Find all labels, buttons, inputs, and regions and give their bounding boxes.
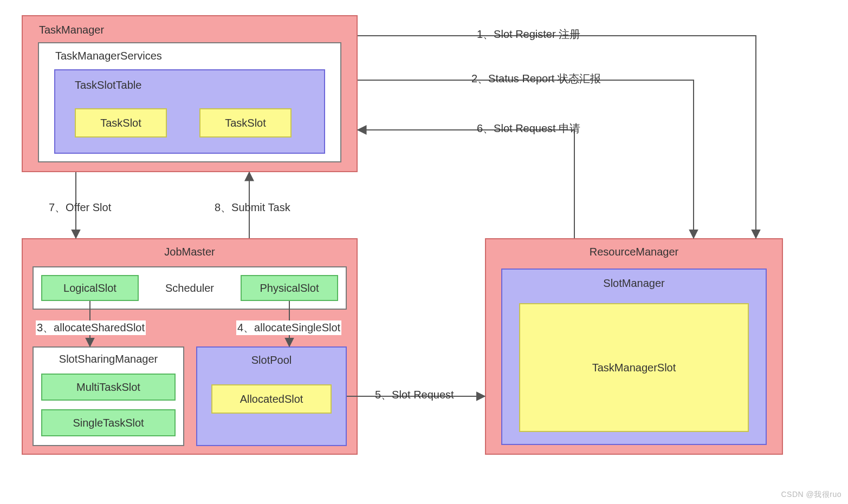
allocated-slot-box: AllocatedSlot (211, 384, 332, 414)
arrow-5-label: 5、Slot Request (375, 388, 454, 402)
arrow-6-label: 6、Slot Request 申请 (477, 121, 580, 136)
diagram-canvas: TaskManager TaskManagerServices TaskSlot… (0, 0, 848, 504)
physical-slot-box: PhysicalSlot (241, 275, 338, 301)
scheduler-title: Scheduler (165, 282, 214, 294)
multi-task-slot-box: MultiTaskSlot (41, 374, 176, 401)
multi-task-slot-label: MultiTaskSlot (76, 381, 140, 394)
slot-pool-title: SlotPool (251, 354, 292, 366)
logical-slot-label: LogicalSlot (63, 282, 116, 294)
task-manager-slot-box: TaskManagerSlot (519, 303, 749, 432)
logical-slot-box: LogicalSlot (41, 275, 139, 301)
arrow-8-label: 8、Submit Task (215, 200, 290, 215)
slot-sharing-manager-title: SlotSharingManager (59, 353, 158, 365)
resource-manager-title: ResourceManager (590, 246, 679, 258)
task-manager-services-title: TaskManagerServices (55, 50, 162, 62)
watermark: CSDN @我很ruo (781, 490, 841, 500)
single-task-slot-box: SingleTaskSlot (41, 409, 176, 436)
arrow-2 (358, 80, 694, 238)
task-slot-2-label: TaskSlot (225, 117, 266, 129)
arrow-4-label: 4、allocateSingleSlot (236, 320, 341, 335)
single-task-slot-label: SingleTaskSlot (73, 417, 144, 429)
task-slot-table-title: TaskSlotTable (75, 79, 141, 91)
arrow-6 (358, 130, 574, 238)
task-manager-title: TaskManager (39, 24, 104, 36)
task-slot-1-box: TaskSlot (75, 108, 167, 138)
arrow-1-label: 1、Slot Register 注册 (477, 27, 580, 42)
arrow-2-label: 2、Status Report 状态汇报 (471, 71, 601, 86)
allocated-slot-label: AllocatedSlot (240, 393, 303, 405)
job-master-title: JobMaster (164, 246, 215, 258)
slot-manager-title: SlotManager (603, 277, 664, 290)
arrow-7-label: 7、Offer Slot (49, 200, 111, 215)
arrow-1 (358, 36, 756, 238)
task-slot-2-box: TaskSlot (199, 108, 292, 138)
arrow-3-label: 3、allocateSharedSlot (36, 320, 146, 335)
task-manager-slot-label: TaskManagerSlot (592, 362, 676, 374)
task-slot-1-label: TaskSlot (100, 117, 141, 129)
physical-slot-label: PhysicalSlot (260, 282, 319, 294)
